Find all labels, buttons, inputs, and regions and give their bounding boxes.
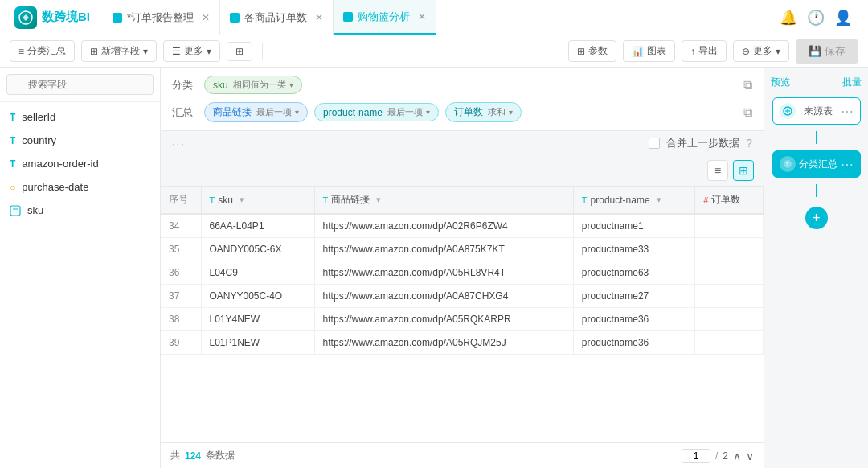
- classify-btn[interactable]: ≡ 分类汇总: [10, 40, 75, 62]
- summary-tag-2[interactable]: 订单数 求和 ▾: [445, 102, 522, 122]
- search-box: 🔍: [0, 68, 160, 102]
- search-input[interactable]: [6, 74, 154, 95]
- summary-tag-2-name: 订单数: [454, 105, 483, 119]
- col-type-sku: T: [210, 195, 215, 205]
- col-sort-link[interactable]: ▾: [376, 195, 381, 205]
- classify-copy-icon[interactable]: ⧉: [743, 78, 752, 92]
- more2-dropdown-icon: ▾: [776, 46, 780, 57]
- toolbar-right: ⊞ 参数 📊 图表 ↑ 导出 ⊖ 更多 ▾ 💾 保存: [568, 39, 858, 64]
- grid-view-btn[interactable]: ⊞: [733, 160, 754, 181]
- cell-link: https://www.amazon.com/dp/A05RQJM25J: [314, 331, 573, 355]
- col-header-sku[interactable]: T sku ▾: [201, 187, 314, 214]
- table-row: 35 OANDY005C-6X https://www.amazon.com/d…: [161, 238, 764, 261]
- table-row: 34 66AA-L04P1 https://www.amazon.com/dp/…: [161, 214, 764, 238]
- tab-close-2[interactable]: ✕: [315, 12, 323, 23]
- merge-row: ··· 合并上一步数据 ?: [161, 131, 764, 155]
- summary-node-card[interactable]: Σ 分类汇总 ⋯: [772, 150, 861, 178]
- col-sort-product[interactable]: ▾: [657, 195, 661, 205]
- tab-products[interactable]: 各商品订单数 ✕: [220, 0, 334, 35]
- tab-label-1: *订单报告整理: [127, 10, 194, 25]
- field-list: T sellerId T country T amazon-order-id ○…: [0, 102, 160, 468]
- field-type-O-1: ○: [10, 182, 15, 193]
- add-node-button[interactable]: +: [805, 207, 828, 229]
- col-header-link[interactable]: T 商品链接 ▾: [314, 187, 573, 214]
- add-field-btn[interactable]: ⊞ 新增字段 ▾: [81, 40, 157, 62]
- cell-sku: OANDY005C-6X: [201, 238, 314, 261]
- user-icon[interactable]: 👤: [834, 9, 852, 27]
- tab-icon-2: [230, 13, 240, 23]
- circle-icon: ⊖: [742, 46, 750, 57]
- logo-icon: [14, 6, 37, 29]
- field-item-purchase-date[interactable]: ○ purchase-date: [0, 175, 160, 199]
- summary-tag-0-sub: 最后一项: [256, 106, 292, 118]
- cell-link: https://www.amazon.com/dp/A05RQKARPR: [314, 308, 573, 331]
- chart-btn[interactable]: 📊 图表: [623, 40, 675, 62]
- field-type-Tk-1: [10, 205, 21, 216]
- cell-link: https://www.amazon.com/dp/A0A87CHXG4: [314, 285, 573, 308]
- cell-seq: 34: [161, 214, 201, 238]
- tab-order-report[interactable]: *订单报告整理 ✕: [103, 0, 220, 35]
- tab-basket[interactable]: 购物篮分析 ✕: [334, 0, 436, 35]
- summary-tag-0-name: 商品链接: [213, 105, 252, 119]
- field-name-3: amazon-order-id: [22, 158, 98, 170]
- toolbar: ≡ 分类汇总 ⊞ 新增字段 ▾ ☰ 更多 ▾ ⊞ ⊞ 参数 📊 图表 ↑ 导出 …: [0, 35, 868, 68]
- help-icon[interactable]: ?: [746, 137, 752, 150]
- tab-close-3[interactable]: ✕: [418, 11, 426, 23]
- summary-tag-0-arrow: ▾: [295, 108, 299, 117]
- summary-more-icon[interactable]: ⋯: [841, 157, 854, 172]
- topbar: 数跨境BI *订单报告整理 ✕ 各商品订单数 ✕ 购物篮分析 ✕ 🔔 🕐 👤: [0, 0, 868, 35]
- page-prev[interactable]: ∧: [733, 450, 741, 462]
- table-row: 38 L01Y4NEW https://www.amazon.com/dp/A0…: [161, 308, 764, 331]
- more-btn[interactable]: ☰ 更多 ▾: [163, 40, 220, 62]
- notification-icon[interactable]: 🔔: [780, 9, 797, 27]
- node-connector-2: [816, 184, 817, 197]
- col-header-product-name[interactable]: T product-name ▾: [573, 187, 694, 214]
- cell-order-count: [695, 261, 764, 285]
- page-input[interactable]: [682, 449, 710, 463]
- dropdown-icon: ▾: [143, 46, 148, 57]
- list-view-btn[interactable]: ≡: [707, 160, 728, 181]
- data-table: 序号 T sku ▾ T 商品链接 ▾: [161, 187, 764, 355]
- grid-icon-btn[interactable]: ⊞: [227, 42, 252, 61]
- logo-text: 数跨境BI: [42, 10, 90, 25]
- field-item-sellerid[interactable]: T sellerId: [0, 105, 160, 129]
- sku-tag-arrow: ▾: [289, 80, 293, 89]
- param-btn[interactable]: ⊞ 参数: [568, 40, 616, 62]
- cell-order-count: [695, 285, 764, 308]
- history-icon[interactable]: 🕐: [807, 9, 825, 27]
- search-wrap: 🔍: [6, 74, 154, 95]
- sku-tag[interactable]: sku 相同值为一类 ▾: [204, 76, 302, 94]
- summary-tag-0[interactable]: 商品链接 最后一项 ▾: [204, 102, 308, 122]
- page-next[interactable]: ∨: [746, 450, 754, 462]
- more2-btn[interactable]: ⊖ 更多 ▾: [733, 40, 789, 62]
- preview-label[interactable]: 预览: [771, 76, 790, 89]
- cell-sku: L01Y4NEW: [201, 308, 314, 331]
- right-panel: 预览 批量 来源表 ⋯ Σ 分类汇总 ⋯ +: [764, 68, 868, 468]
- more-dropdown-icon: ▾: [207, 46, 211, 57]
- cell-seq: 39: [161, 331, 201, 355]
- summary-tag-2-sub: 求和: [488, 106, 506, 118]
- tab-icon-3: [343, 12, 353, 22]
- field-item-country[interactable]: T country: [0, 129, 160, 152]
- cell-product-name: productname36: [573, 331, 694, 355]
- col-sort-sku[interactable]: ▾: [240, 195, 244, 205]
- source-more-icon[interactable]: ⋯: [841, 104, 854, 119]
- summary-copy-icon[interactable]: ⧉: [743, 105, 752, 120]
- summary-node-label: 分类汇总: [799, 158, 837, 171]
- cell-link: https://www.amazon.com/dp/A0A875K7KT: [314, 238, 573, 261]
- merge-checkbox[interactable]: [649, 138, 660, 149]
- cell-sku: OANYY005C-4O: [201, 285, 314, 308]
- save-btn[interactable]: 💾 保存: [796, 39, 858, 64]
- cell-sku: 66AA-L04P1: [201, 214, 314, 238]
- export-btn[interactable]: ↑ 导出: [682, 40, 727, 62]
- list-icon: ☰: [172, 46, 181, 57]
- field-item-orderid[interactable]: T amazon-order-id: [0, 152, 160, 175]
- toolbar-divider: [262, 43, 263, 60]
- source-node-card[interactable]: 来源表 ⋯: [772, 97, 861, 125]
- cell-seq: 35: [161, 238, 201, 261]
- field-item-sku[interactable]: sku: [0, 199, 160, 222]
- tab-close-1[interactable]: ✕: [202, 12, 210, 23]
- summary-tag-1[interactable]: product-name 最后一项 ▾: [314, 103, 439, 121]
- batch-label[interactable]: 批量: [842, 76, 862, 89]
- center-panel: 分类 sku 相同值为一类 ▾ ⧉ 汇总 商品链接 最后一项 ▾: [161, 68, 764, 468]
